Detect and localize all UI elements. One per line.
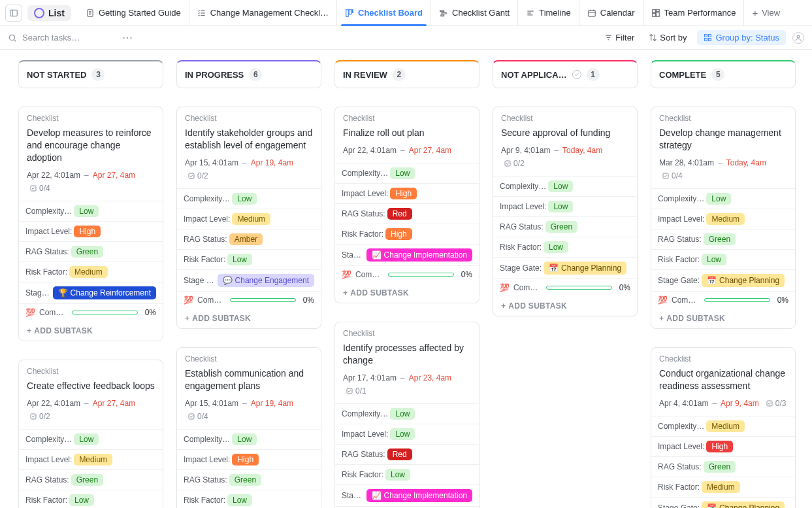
field-risk-factor[interactable]: Risk Factor:Low xyxy=(651,250,795,270)
plus-icon: + xyxy=(343,288,348,297)
field-rag-status[interactable]: RAG Status:Green xyxy=(493,217,637,237)
collapse-sidebar-button[interactable] xyxy=(5,5,22,22)
field-impact-level[interactable]: Impact Level:High xyxy=(177,450,321,470)
field-impact-level[interactable]: Impact Level:High xyxy=(19,222,163,242)
field-risk-factor[interactable]: Risk Factor:Low xyxy=(177,250,321,270)
tab-change-management-checkl[interactable]: Change Management Checkl… xyxy=(189,0,336,25)
field-complexity[interactable]: Complexity…Low xyxy=(335,404,479,424)
field-rag-status[interactable]: RAG Status:Red xyxy=(335,445,479,465)
field-completion[interactable]: 💯Complet…0% xyxy=(651,292,795,309)
field-stage-gate[interactable]: Stage Gate:📅 Change Planning xyxy=(651,498,795,508)
tab-team-performance[interactable]: Team Performance xyxy=(643,0,744,25)
svg-rect-38 xyxy=(189,173,194,178)
add-view-button[interactable]: +View xyxy=(743,0,788,25)
field-rag-status[interactable]: RAG Status:Green xyxy=(651,457,795,477)
column-header[interactable]: IN REVIEW2 xyxy=(334,60,479,88)
field-completion[interactable]: 💯Complet…0% xyxy=(19,304,163,321)
field-complexity[interactable]: Complexity…Low xyxy=(19,430,163,450)
field-stage-gate[interactable]: Stage Gate:📅 Change Planning xyxy=(493,258,637,279)
search-input[interactable] xyxy=(21,32,112,43)
tag: Low xyxy=(390,408,415,420)
field-impact-level[interactable]: Impact Level:High xyxy=(651,437,795,457)
tab-timeline[interactable]: Timeline xyxy=(517,0,579,25)
subtask-count: 0/1 xyxy=(346,386,366,396)
plus-icon: + xyxy=(501,301,506,311)
field-risk-factor[interactable]: Risk Factor:Low xyxy=(493,237,637,258)
field-risk-factor[interactable]: Risk Factor:Medium xyxy=(651,477,795,498)
field-complexity[interactable]: Complexity…Low xyxy=(335,163,479,184)
task-title: Establish communication and en­gagement … xyxy=(185,367,313,392)
field-impact-level[interactable]: Impact Level:Low xyxy=(493,197,637,217)
field-stage-gate[interactable]: Stage Gate:🏆 Change Reinforcement xyxy=(19,282,163,304)
due-date: Apr 27, 4am xyxy=(93,399,135,408)
field-rag-status[interactable]: RAG Status:Green xyxy=(19,242,163,262)
column-header[interactable]: NOT APPLICA…1 xyxy=(493,60,638,88)
column-in-review: IN REVIEW2ChecklistFinalize roll out pla… xyxy=(334,60,479,508)
field-rag-status[interactable]: RAG Status:Green xyxy=(19,470,163,490)
add-subtask-button[interactable]: +ADD SUBTASK xyxy=(335,283,479,303)
stage-gate-emoji-icon: 📅 xyxy=(707,276,717,285)
field-stage-gate[interactable]: Stage Gate:📅 Change Planning xyxy=(651,270,795,292)
tab-getting-started-guide[interactable]: Getting Started Guide xyxy=(78,0,189,25)
field-complexity[interactable]: Complexity…Low xyxy=(177,189,321,209)
field-rag-status[interactable]: RAG Status:Red xyxy=(335,204,479,224)
task-dates: Apr 22, 4:01am–Apr 27, 4am0/4 xyxy=(27,171,155,193)
field-stage-gate[interactable]: Stage Gate:💬 Change Engagement xyxy=(177,270,321,292)
field-complexity[interactable]: Complexity…Low xyxy=(177,430,321,450)
task-card[interactable]: ChecklistDevelop measures to reinforce a… xyxy=(18,107,163,341)
add-subtask-button[interactable]: +ADD SUBTASK xyxy=(19,321,163,341)
field-completion[interactable]: 💯Complet…0% xyxy=(493,279,637,296)
field-impact-level[interactable]: Impact Level:Medium xyxy=(19,450,163,470)
field-impact-level[interactable]: Impact Level:Medium xyxy=(651,209,795,229)
column-header[interactable]: IN PROGRESS6 xyxy=(176,60,321,88)
field-rag-status[interactable]: RAG Status:Amber xyxy=(177,229,321,250)
field-rag-status[interactable]: RAG Status:Green xyxy=(177,470,321,490)
field-risk-factor[interactable]: Risk Factor:Low xyxy=(177,490,321,508)
task-card[interactable]: ChecklistDevelop change management strat… xyxy=(651,107,796,329)
field-complexity[interactable]: Complexity…Medium xyxy=(651,416,795,437)
field-completion[interactable]: 💯Complet…0% xyxy=(335,266,479,283)
task-card[interactable]: ChecklistIdentify processes affected by … xyxy=(334,322,479,508)
field-impact-level[interactable]: Impact Level:Medium xyxy=(177,209,321,229)
field-risk-factor[interactable]: Risk Factor:High xyxy=(335,224,479,245)
task-card[interactable]: ChecklistCreate effective feedback loops… xyxy=(18,360,163,508)
field-stage-gate[interactable]: Stage Gate:📈 Change Implementation xyxy=(335,245,479,266)
kanban-board[interactable]: NOT STARTED3ChecklistDevelop measures to… xyxy=(0,50,812,508)
more-options-button[interactable]: ··· xyxy=(119,33,137,42)
hundred-icon: 💯 xyxy=(25,308,35,317)
field-rag-status[interactable]: RAG Status:Green xyxy=(651,229,795,250)
field-stage-gate[interactable]: Stage Gate:📈 Change Implementation xyxy=(335,485,479,507)
task-card[interactable]: ChecklistIdentify stakeholder groups and… xyxy=(176,107,321,329)
field-risk-factor[interactable]: Risk Factor:Low xyxy=(19,490,163,508)
sortby-button[interactable]: Sort by xyxy=(645,30,690,45)
field-impact-level[interactable]: Impact Level:High xyxy=(335,184,479,204)
svg-rect-33 xyxy=(705,39,707,41)
tab-calendar[interactable]: Calendar xyxy=(579,0,643,25)
field-impact-level[interactable]: Impact Level:Low xyxy=(335,424,479,445)
field-risk-factor[interactable]: Risk Factor:Medium xyxy=(19,262,163,282)
hundred-icon: 💯 xyxy=(184,296,193,305)
column-header[interactable]: COMPLETE5 xyxy=(651,60,796,88)
add-subtask-button[interactable]: +ADD SUBTASK xyxy=(493,296,637,316)
field-completion[interactable]: 💯Complet…0% xyxy=(177,292,321,309)
field-complexity[interactable]: Complexity…Low xyxy=(493,177,637,197)
task-card[interactable]: ChecklistEstablish communication and en­… xyxy=(176,347,321,508)
tab-checklist-gantt[interactable]: Checklist Gantt xyxy=(430,0,517,25)
groupby-button[interactable]: Group by: Status xyxy=(697,30,786,45)
svg-rect-22 xyxy=(652,9,655,12)
field-risk-factor[interactable]: Risk Factor:Low xyxy=(335,465,479,485)
tab-checklist-board[interactable]: Checklist Board xyxy=(336,0,430,25)
list-title-button[interactable]: List xyxy=(27,5,71,21)
column-header[interactable]: NOT STARTED3 xyxy=(18,60,163,88)
filter-button[interactable]: Filter xyxy=(600,30,638,45)
task-card[interactable]: ChecklistFinalize roll out planApr 22, 4… xyxy=(334,107,479,303)
task-card[interactable]: ChecklistConduct organizational change r… xyxy=(651,347,796,508)
hundred-icon: 💯 xyxy=(658,296,668,305)
add-subtask-button[interactable]: +ADD SUBTASK xyxy=(177,309,321,328)
assignee-filter-button[interactable] xyxy=(792,32,804,44)
field-complexity[interactable]: Complexity…Low xyxy=(651,189,795,209)
nav-views: Getting Started GuideChange Management C… xyxy=(78,0,788,25)
field-complexity[interactable]: Complexity…Low xyxy=(19,201,163,222)
task-card[interactable]: ChecklistSecure approval of fundingApr 9… xyxy=(493,107,638,316)
add-subtask-button[interactable]: +ADD SUBTASK xyxy=(651,309,795,328)
